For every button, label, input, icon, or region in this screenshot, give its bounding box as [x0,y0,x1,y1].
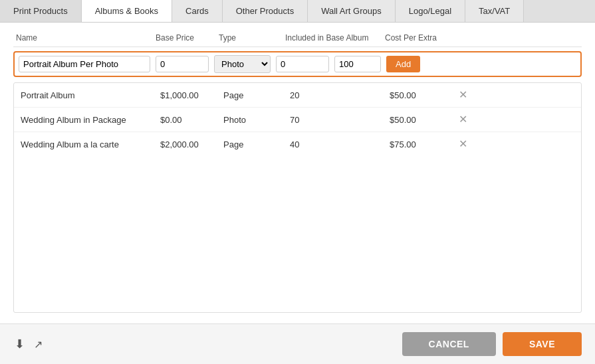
save-button[interactable]: SAVE [503,332,582,356]
extra-input[interactable] [334,56,381,72]
row-price: $2,000.00 [160,139,223,149]
nav-tabs: Print ProductsAlbums & BooksCardsOther P… [0,0,595,23]
row-included: 70 [290,115,390,125]
nav-tab-tax-vat[interactable]: Tax/VAT [465,0,524,22]
col-header-price: Base Price [156,33,219,43]
download-icon: ⬇ [15,337,25,351]
row-action: ✕ [456,137,496,151]
delete-row-button[interactable]: ✕ [456,88,470,102]
row-type: Page [223,139,290,149]
nav-tab-cards[interactable]: Cards [172,0,223,22]
name-input[interactable] [19,56,150,72]
row-included: 40 [290,139,390,149]
row-price: $1,000.00 [160,90,223,100]
row-name: Wedding Album in Package [21,115,160,125]
nav-tab-wall-art-groups[interactable]: Wall Art Groups [308,0,396,22]
row-price: $0.00 [160,115,223,125]
footer: ⬇ ↗ CANCEL SAVE [0,323,595,364]
row-name: Portrait Album [21,90,160,100]
nav-tab-logo-legal[interactable]: Logo/Legal [396,0,465,22]
row-action: ✕ [456,88,496,102]
col-header-name: Name [16,33,156,43]
row-action: ✕ [456,113,496,126]
main-content: Name Base Price Type Included in Base Al… [0,23,595,323]
external-link-button[interactable]: ↗ [33,335,44,353]
type-select[interactable]: PagePhoto [214,55,271,73]
row-extra: $50.00 [390,115,456,125]
row-extra: $50.00 [390,90,456,100]
col-header-type: Type [219,33,285,43]
delete-row-button[interactable]: ✕ [456,137,470,151]
row-included: 20 [290,90,390,100]
row-type: Page [223,90,290,100]
table-row: Wedding Album in Package $0.00 Photo 70 … [14,108,581,132]
row-extra: $75.00 [390,139,456,149]
add-button[interactable]: Add [386,56,420,72]
footer-icons: ⬇ ↗ [13,335,44,353]
nav-tab-print-products[interactable]: Print Products [0,0,82,22]
row-type: Photo [223,115,290,125]
nav-tab-other-products[interactable]: Other Products [223,0,308,22]
table-row: Wedding Album a la carte $2,000.00 Page … [14,132,581,156]
table-row: Portrait Album $1,000.00 Page 20 $50.00 … [14,83,581,108]
cancel-button[interactable]: CANCEL [402,332,496,356]
col-header-extra: Cost Per Extra [385,33,451,43]
data-table: Portrait Album $1,000.00 Page 20 $50.00 … [13,82,582,313]
included-input[interactable] [276,56,329,72]
nav-tab-albums-books[interactable]: Albums & Books [82,0,172,22]
external-link-icon: ↗ [34,339,43,350]
table-header: Name Base Price Type Included in Base Al… [13,33,582,47]
delete-row-button[interactable]: ✕ [456,113,470,126]
input-row: PagePhoto Add [13,51,582,77]
row-name: Wedding Album a la carte [21,139,160,149]
download-button[interactable]: ⬇ [13,335,26,353]
price-input[interactable] [156,56,209,72]
footer-actions: CANCEL SAVE [402,332,582,356]
col-header-included: Included in Base Album [285,33,385,43]
